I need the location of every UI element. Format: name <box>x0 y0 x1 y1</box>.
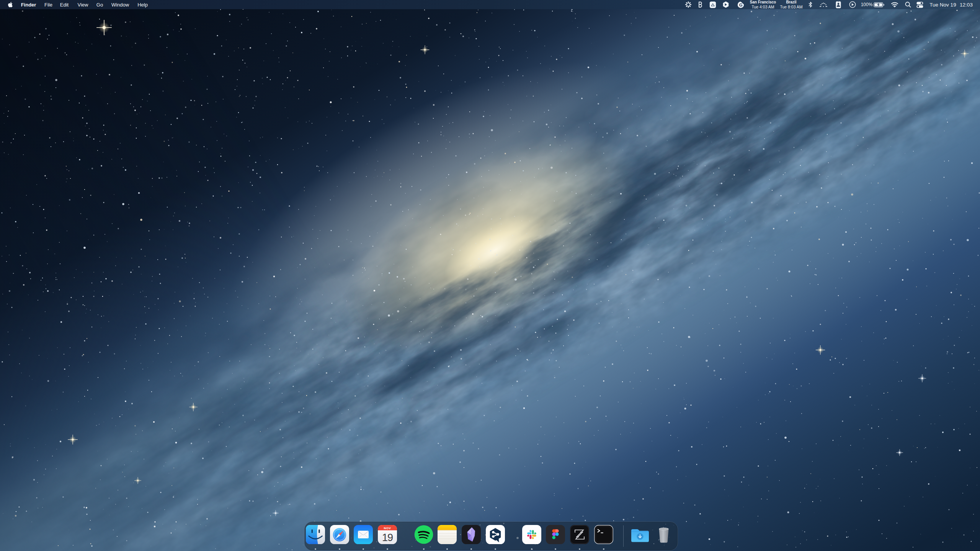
svg-text:NOV: NOV <box>384 526 391 530</box>
svg-text:19: 19 <box>382 532 393 543</box>
svg-text:G: G <box>739 2 743 7</box>
